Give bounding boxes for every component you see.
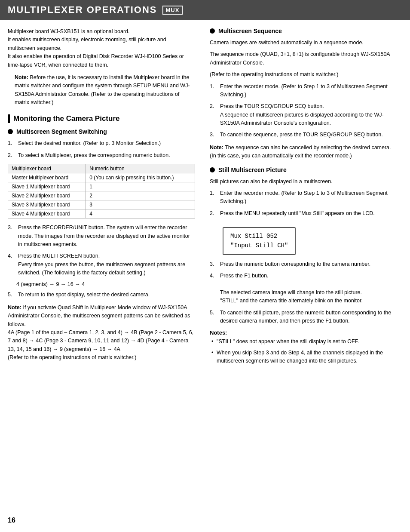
- table-cell: Slave 1 Multiplexer board: [8, 182, 86, 191]
- multiscreen-segment-heading: Multiscreen Segment Switching: [8, 128, 195, 135]
- step-num: 3.: [210, 131, 217, 139]
- segment-steps-2: 3. Press the RECORDER/UNIT button. The s…: [8, 224, 195, 277]
- list-item: 3. To cancel the sequence, press the TOU…: [210, 131, 395, 139]
- step-num: 4.: [8, 252, 15, 277]
- lcd-display: Mux Still 052 "Input Still CH": [223, 227, 296, 255]
- step-num: 1.: [8, 139, 15, 148]
- step-text: To select a Multiplexer, press the corre…: [18, 151, 195, 160]
- segment-steps-1: 1. Select the desired monitor. (Refer to…: [8, 139, 195, 160]
- list-item: 2. Press the TOUR SEQ/GROUP SEQ button. …: [210, 102, 395, 127]
- list-item: 1. Enter the recorder mode. (Refer to St…: [210, 189, 395, 206]
- bullet-icon: [8, 129, 13, 134]
- page-number: 16: [8, 517, 15, 524]
- still-steps-1: 1. Enter the recorder mode. (Refer to St…: [210, 189, 395, 218]
- bullet-icon: [210, 167, 215, 172]
- page-title: MULTIPLEXER OPERATIONS: [8, 4, 157, 15]
- sequence-note: Note: The sequence can also be cancelled…: [210, 144, 395, 160]
- multiscreen-sequence-label: Multiscreen Sequence: [218, 28, 282, 34]
- sequence-para-1: Camera images are switched automatically…: [210, 39, 395, 47]
- note-label: Note:: [210, 145, 223, 151]
- step-num: 1.: [210, 189, 217, 206]
- sequence-para-3: (Refer to the operating instructions of …: [210, 71, 395, 79]
- table-row: Slave 3 Multiplexer board3: [8, 200, 195, 209]
- right-column: Multiscreen Sequence Camera images are s…: [205, 28, 395, 368]
- mux-badge: MUX: [162, 6, 183, 15]
- table-col-board: Multiplexer board: [8, 164, 86, 173]
- step-text: Press the RECORDER/UNIT button. The syst…: [18, 224, 195, 249]
- step-num: 3.: [210, 260, 217, 268]
- list-item: 4. Press the F1 button. The selected cam…: [210, 272, 395, 305]
- still-multiscreen-label: Still Multiscreen Picture: [218, 166, 287, 173]
- step-content: Press the MULTI SCREEN button. Every tim…: [18, 252, 195, 277]
- note-label: Note:: [8, 304, 21, 311]
- intro-line-1: Multiplexer board WJ-SXB151 is an option…: [8, 28, 195, 36]
- lcd-line-1: Mux Still 052: [230, 231, 288, 241]
- list-item: 5. To return to the spot display, select…: [8, 291, 195, 299]
- list-item: 3. Press the numeric button correspondin…: [210, 260, 395, 268]
- notes-section: Notes: "STILL" does not appear when the …: [210, 329, 395, 365]
- multiplexer-table: Multiplexer board Numeric button Master …: [8, 164, 195, 218]
- table-cell: 3: [86, 200, 195, 209]
- multiscreen-segment-label: Multiscreen Segment Switching: [16, 128, 107, 135]
- step-text: Press the MENU repeatedly until "Mux Sti…: [220, 209, 395, 218]
- table-body: Master Multiplexer board0 (You can skip …: [8, 173, 195, 218]
- table-cell: Slave 3 Multiplexer board: [8, 200, 86, 209]
- content-area: Multiplexer board WJ-SXB151 is an option…: [0, 28, 410, 368]
- table-cell: 1: [86, 182, 195, 191]
- step-text: Select the desired monitor. (Refer to p.…: [18, 139, 195, 148]
- bullet-icon: [210, 28, 215, 34]
- table-row: Master Multiplexer board0 (You can skip …: [8, 173, 195, 182]
- table-cell: Slave 2 Multiplexer board: [8, 191, 86, 200]
- list-item: 2. Press the MENU repeatedly until "Mux …: [210, 209, 395, 218]
- intro-note: Note: Before the use, it is necessary to…: [15, 74, 195, 107]
- step-text: Press the F1 button.: [220, 273, 269, 279]
- segment-steps-3: 5. To return to the spot display, select…: [8, 291, 195, 299]
- still-steps-2: 3. Press the numeric button correspondin…: [210, 260, 395, 326]
- step-text: Enter the recorder mode. (Refer to Step …: [220, 83, 395, 99]
- step-num: 2.: [210, 102, 217, 127]
- step-num: 4.: [210, 272, 217, 305]
- step-sub2: "STILL" and the camera title alternately…: [220, 298, 363, 304]
- step-sub: Every time you press the button, the mul…: [18, 261, 185, 276]
- header-bar: MULTIPLEXER OPERATIONS MUX: [0, 0, 410, 20]
- notes-list: "STILL" does not appear when the still d…: [210, 338, 395, 365]
- step-num: 2.: [210, 209, 217, 218]
- sequence-para-2: The sequence mode (QUAD, 3+1, 8+1) is co…: [210, 50, 395, 67]
- sequence-steps: 1. Enter the recorder mode. (Refer to St…: [210, 83, 395, 139]
- list-item: 1. Select the desired monitor. (Refer to…: [8, 139, 195, 148]
- step-sub: A sequence of multiscreen pictures is di…: [220, 112, 384, 126]
- table-cell: Slave 4 Multiplexer board: [8, 209, 86, 218]
- step-num: 1.: [210, 83, 217, 99]
- notes-title: Notes:: [210, 329, 395, 336]
- page-wrapper: MULTIPLEXER OPERATIONS MUX Multiplexer b…: [0, 0, 410, 532]
- multiscreen-sequence-heading: Multiscreen Sequence: [210, 28, 395, 34]
- step-num: 3.: [8, 224, 15, 249]
- step-text: Press the MULTI SCREEN button.: [18, 253, 100, 259]
- note-quad-shift: Note: If you activate Quad Shift in Mult…: [8, 304, 195, 362]
- list-item: 5. To cancel the still picture, press th…: [210, 309, 395, 326]
- step-text: To cancel the sequence, press the TOUR S…: [220, 131, 395, 139]
- step-sub1: The selected camera image will change in…: [220, 289, 362, 295]
- list-item: 1. Enter the recorder mode. (Refer to St…: [210, 83, 395, 99]
- list-item: "STILL" does not appear when the still d…: [210, 338, 395, 346]
- list-item: 2. To select a Multiplexer, press the co…: [8, 151, 195, 160]
- step-text: To cancel the still picture, press the n…: [220, 309, 395, 326]
- step-num: 5.: [8, 291, 15, 299]
- lcd-line-2: "Input Still CH": [230, 241, 288, 250]
- list-item: When you skip Step 3 and do Step 4, all …: [210, 349, 395, 366]
- table-cell: Master Multiplexer board: [8, 173, 86, 182]
- monitoring-heading: Monitoring the Camera Picture: [8, 114, 195, 123]
- table-row: Slave 4 Multiplexer board4: [8, 209, 195, 218]
- table-row: Slave 2 Multiplexer board2: [8, 191, 195, 200]
- table-cell: 0 (You can skip pressing this button.): [86, 173, 195, 182]
- step-num: 2.: [8, 151, 15, 160]
- table-cell: 4: [86, 209, 195, 218]
- still-multiscreen-heading: Still Multiscreen Picture: [210, 166, 395, 173]
- step-content: Press the F1 button. The selected camera…: [220, 272, 395, 305]
- intro-text: Multiplexer board WJ-SXB151 is an option…: [8, 28, 195, 69]
- step-text: Press the TOUR SEQ/GROUP SEQ button.: [220, 103, 324, 109]
- step-text: To return to the spot display, select th…: [18, 291, 195, 299]
- table-cell: 2: [86, 191, 195, 200]
- note-text: If you activate Quad Shift in Multiplexe…: [8, 304, 193, 360]
- intro-note-text: Before the use, it is necessary to insta…: [15, 74, 190, 105]
